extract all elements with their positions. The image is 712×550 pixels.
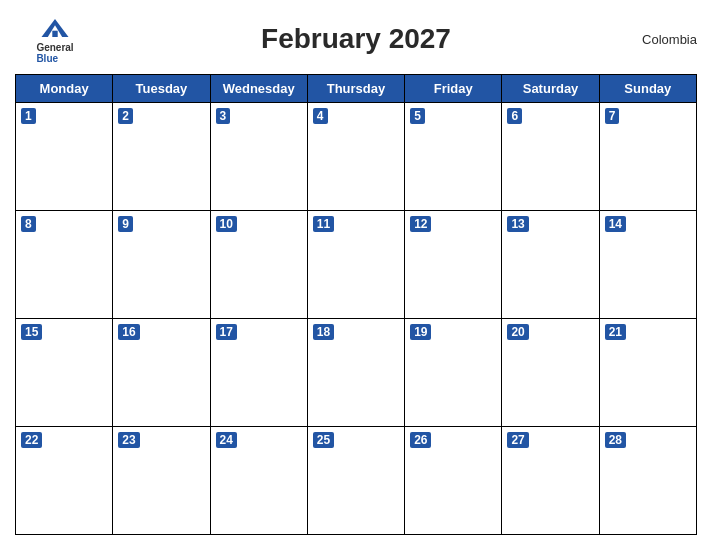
calendar-week-3: 15161718192021	[16, 319, 697, 427]
calendar-day-1: 1	[16, 103, 113, 211]
calendar-day-25: 25	[307, 427, 404, 535]
day-headers-row: Monday Tuesday Wednesday Thursday Friday…	[16, 75, 697, 103]
logo-icon	[37, 14, 73, 42]
calendar-day-3: 3	[210, 103, 307, 211]
calendar-day-7: 7	[599, 103, 696, 211]
country-label: Colombia	[617, 32, 697, 47]
date-number: 3	[216, 108, 231, 124]
date-number: 1	[21, 108, 36, 124]
calendar-day-12: 12	[405, 211, 502, 319]
date-number: 9	[118, 216, 133, 232]
calendar-day-26: 26	[405, 427, 502, 535]
calendar-day-16: 16	[113, 319, 210, 427]
calendar-week-4: 22232425262728	[16, 427, 697, 535]
calendar-body: 1234567891011121314151617181920212223242…	[16, 103, 697, 535]
calendar-day-2: 2	[113, 103, 210, 211]
calendar-week-2: 891011121314	[16, 211, 697, 319]
date-number: 11	[313, 216, 334, 232]
date-number: 5	[410, 108, 425, 124]
calendar-day-17: 17	[210, 319, 307, 427]
col-monday: Monday	[16, 75, 113, 103]
col-sunday: Sunday	[599, 75, 696, 103]
calendar-day-18: 18	[307, 319, 404, 427]
calendar-day-23: 23	[113, 427, 210, 535]
calendar-day-27: 27	[502, 427, 599, 535]
date-number: 16	[118, 324, 139, 340]
date-number: 18	[313, 324, 334, 340]
logo: GeneralBlue	[15, 14, 95, 64]
col-friday: Friday	[405, 75, 502, 103]
col-tuesday: Tuesday	[113, 75, 210, 103]
col-saturday: Saturday	[502, 75, 599, 103]
calendar-day-21: 21	[599, 319, 696, 427]
calendar-day-24: 24	[210, 427, 307, 535]
calendar-day-28: 28	[599, 427, 696, 535]
date-number: 27	[507, 432, 528, 448]
date-number: 28	[605, 432, 626, 448]
calendar-day-8: 8	[16, 211, 113, 319]
calendar-day-15: 15	[16, 319, 113, 427]
date-number: 8	[21, 216, 36, 232]
calendar-day-9: 9	[113, 211, 210, 319]
date-number: 6	[507, 108, 522, 124]
date-number: 10	[216, 216, 237, 232]
calendar-day-10: 10	[210, 211, 307, 319]
date-number: 13	[507, 216, 528, 232]
date-number: 24	[216, 432, 237, 448]
date-number: 4	[313, 108, 328, 124]
date-number: 26	[410, 432, 431, 448]
calendar-week-1: 1234567	[16, 103, 697, 211]
calendar-day-11: 11	[307, 211, 404, 319]
date-number: 14	[605, 216, 626, 232]
date-number: 23	[118, 432, 139, 448]
date-number: 2	[118, 108, 133, 124]
date-number: 17	[216, 324, 237, 340]
date-number: 12	[410, 216, 431, 232]
calendar-header: GeneralBlue February 2027 Colombia	[15, 10, 697, 68]
calendar-table: Monday Tuesday Wednesday Thursday Friday…	[15, 74, 697, 535]
date-number: 22	[21, 432, 42, 448]
calendar-day-19: 19	[405, 319, 502, 427]
logo-text: GeneralBlue	[36, 42, 73, 64]
page-title: February 2027	[95, 23, 617, 55]
date-number: 21	[605, 324, 626, 340]
date-number: 19	[410, 324, 431, 340]
date-number: 25	[313, 432, 334, 448]
date-number: 7	[605, 108, 620, 124]
calendar-day-20: 20	[502, 319, 599, 427]
date-number: 15	[21, 324, 42, 340]
svg-rect-2	[52, 31, 57, 37]
col-wednesday: Wednesday	[210, 75, 307, 103]
calendar-day-22: 22	[16, 427, 113, 535]
calendar-day-13: 13	[502, 211, 599, 319]
calendar-day-4: 4	[307, 103, 404, 211]
date-number: 20	[507, 324, 528, 340]
calendar-day-14: 14	[599, 211, 696, 319]
calendar-day-5: 5	[405, 103, 502, 211]
calendar-day-6: 6	[502, 103, 599, 211]
col-thursday: Thursday	[307, 75, 404, 103]
